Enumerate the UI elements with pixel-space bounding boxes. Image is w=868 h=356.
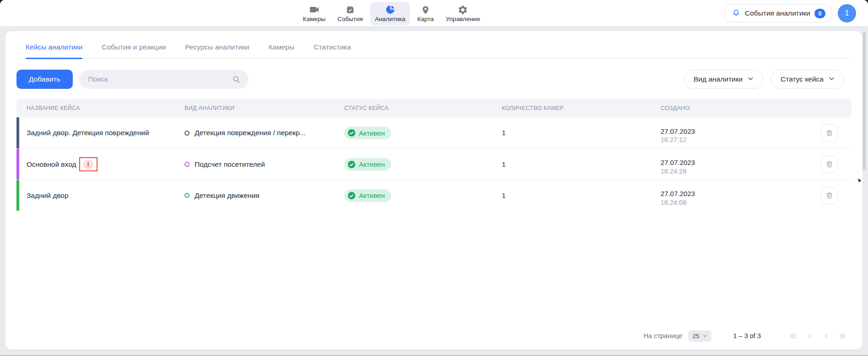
- prev-page-button[interactable]: [803, 329, 816, 342]
- cases-table: НАЗВАНИЕ КЕЙСА ВИД АНАЛИТИКИ СТАТУС КЕЙС…: [16, 99, 852, 211]
- double-chevron-left-icon: [788, 331, 798, 341]
- table-row[interactable]: Основной вход ! Подсчет посетителей Акти…: [16, 148, 852, 180]
- status-label: Активен: [359, 160, 385, 168]
- created-date: 27.07.2023: [661, 189, 817, 198]
- main-nav: Камеры События Аналитика Карта: [298, 2, 485, 25]
- nav-item-events[interactable]: События: [333, 2, 368, 25]
- nav-label: Камеры: [303, 16, 326, 22]
- search-input[interactable]: [79, 70, 249, 89]
- per-page-label: На странице: [644, 332, 683, 340]
- delete-case-button[interactable]: [820, 156, 838, 173]
- column-header-analytics-type: ВИД АНАЛИТИКИ: [174, 105, 334, 111]
- tab-analytics-resources[interactable]: Ресурсы аналитики: [185, 43, 249, 58]
- analytics-type-ring-icon: [184, 162, 190, 167]
- error-highlight-box: !: [79, 157, 98, 171]
- events-icon: [345, 5, 355, 15]
- analytics-type-ring-icon: [184, 131, 190, 136]
- analytics-type-ring-icon: [184, 193, 190, 198]
- delete-case-button[interactable]: [820, 187, 838, 204]
- mouse-cursor: [857, 178, 863, 186]
- table-row[interactable]: Задний двор Детекция движения Активен 1 …: [16, 180, 852, 211]
- analytics-icon: [385, 4, 396, 15]
- cameras-count: 1: [502, 192, 506, 200]
- chevron-down-icon: [702, 333, 708, 339]
- search-icon[interactable]: [232, 75, 241, 86]
- double-chevron-right-icon: [838, 331, 847, 341]
- analytics-events-button[interactable]: События аналитики 0: [725, 4, 831, 22]
- chevron-right-icon: [821, 331, 831, 341]
- tab-analytics-cases[interactable]: Кейсы аналитики: [26, 43, 82, 58]
- vertical-scrollbar[interactable]: [863, 32, 866, 170]
- status-label: Активен: [359, 129, 385, 137]
- pager-controls: [787, 329, 849, 342]
- toolbar: Добавить Вид аналитики Статус кейса: [16, 70, 844, 89]
- check-circle-icon: [347, 160, 356, 169]
- pagination: На странице 25 1 – 3 of 3: [644, 327, 849, 345]
- last-page-button[interactable]: [836, 329, 849, 342]
- nav-label: Аналитика: [375, 16, 406, 22]
- chevron-down-icon: [747, 75, 754, 84]
- events-count-badge: 0: [814, 9, 825, 18]
- map-pin-icon: [421, 5, 431, 15]
- nav-label: События: [337, 16, 363, 22]
- status-badge: Активен: [344, 158, 391, 171]
- created-time: 16:27:12: [661, 136, 817, 145]
- table-row[interactable]: Задний двор. Детекция повреждений Детекц…: [16, 117, 852, 148]
- next-page-button[interactable]: [819, 329, 832, 342]
- nav-label: Управление: [446, 16, 480, 22]
- column-header-cameras-count: КОЛИЧЕСТВО КАМЕР: [492, 105, 651, 111]
- analytics-tabs: Кейсы аналитики События и реакции Ресурс…: [26, 31, 850, 59]
- user-avatar[interactable]: 1: [838, 4, 856, 22]
- filter-case-status[interactable]: Статус кейса: [771, 70, 844, 89]
- filter-analytics-type-label: Вид аналитики: [694, 75, 743, 83]
- created-time: 16:24:28: [661, 167, 817, 176]
- nav-item-cameras[interactable]: Камеры: [298, 2, 330, 25]
- tab-events-reactions[interactable]: События и реакции: [102, 43, 166, 58]
- created-cell: 27.07.2023 16:24:08: [651, 183, 817, 207]
- app-window: Камеры События Аналитика Карта: [0, 0, 868, 356]
- chevron-down-icon: [828, 75, 835, 84]
- per-page-select[interactable]: 25: [688, 330, 711, 342]
- case-name: Задний двор: [27, 192, 69, 200]
- nav-item-map[interactable]: Карта: [412, 3, 438, 25]
- column-header-created: СОЗДАНО: [651, 105, 817, 111]
- chevron-left-icon: [805, 331, 814, 341]
- created-date: 27.07.2023: [661, 158, 817, 167]
- nav-item-management[interactable]: Управление: [441, 2, 485, 25]
- created-date: 27.07.2023: [661, 127, 817, 136]
- per-page-value: 25: [693, 333, 700, 340]
- check-circle-icon: [347, 192, 356, 200]
- camera-icon: [309, 4, 320, 15]
- tab-statistics[interactable]: Статистика: [314, 43, 351, 58]
- trash-icon: [825, 129, 833, 137]
- add-button[interactable]: Добавить: [16, 70, 73, 89]
- first-page-button[interactable]: [787, 329, 799, 342]
- nav-item-analytics[interactable]: Аналитика: [370, 2, 410, 25]
- status-label: Активен: [359, 192, 385, 199]
- case-name: Основной вход: [27, 160, 76, 169]
- topbar-right: События аналитики 0 1: [725, 4, 856, 22]
- row-accent-bar: [16, 180, 19, 211]
- search-box: [79, 70, 249, 89]
- top-header: Камеры События Аналитика Карта: [0, 0, 868, 27]
- content-card: Кейсы аналитики События и реакции Ресурс…: [5, 31, 863, 350]
- check-circle-icon: [347, 129, 356, 137]
- filter-case-status-label: Статус кейса: [781, 75, 824, 83]
- column-header-case-name: НАЗВАНИЕ КЕЙСА: [16, 105, 174, 111]
- bell-icon: [732, 8, 741, 19]
- analytics-type-label: Детекция повреждения / перекр...: [195, 129, 306, 137]
- trash-icon: [825, 160, 833, 168]
- delete-case-button[interactable]: [820, 124, 838, 142]
- row-accent-bar: [16, 117, 19, 148]
- nav-label: Карта: [417, 16, 434, 22]
- status-badge: Активен: [344, 189, 391, 202]
- tab-cameras[interactable]: Камеры: [268, 43, 294, 58]
- filter-analytics-type[interactable]: Вид аналитики: [684, 70, 763, 89]
- row-accent-bar: [16, 149, 19, 180]
- status-badge: Активен: [344, 126, 391, 139]
- table-header: НАЗВАНИЕ КЕЙСА ВИД АНАЛИТИКИ СТАТУС КЕЙС…: [16, 99, 852, 117]
- trash-icon: [825, 192, 833, 199]
- case-name: Задний двор. Детекция повреждений: [27, 129, 149, 137]
- analytics-type-label: Детекция движения: [195, 192, 260, 200]
- pagination-range: 1 – 3 of 3: [733, 332, 761, 340]
